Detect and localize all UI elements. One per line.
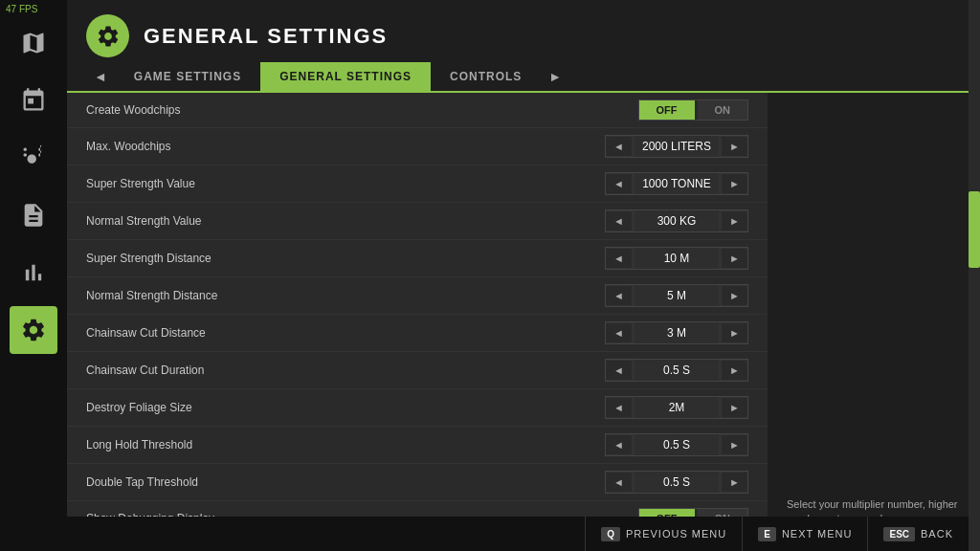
- chainsaw-cut-duration-decrement[interactable]: ◄: [606, 361, 632, 380]
- setting-label-chainsaw-cut-duration: Chainsaw Cut Duration: [86, 364, 204, 377]
- double-tap-increment[interactable]: ►: [722, 473, 747, 492]
- sidebar: [0, 0, 67, 551]
- chainsaw-cut-duration-val: 0.5 S: [635, 360, 719, 381]
- setting-label-super-strength-distance: Super Strength Distance: [86, 252, 212, 265]
- max-woodchips-value: 2000 LITERS: [635, 136, 719, 157]
- normal-strength-distance-val: 5 M: [635, 285, 719, 306]
- normal-strength-distance-decrement[interactable]: ◄: [606, 286, 632, 305]
- tab-next-arrow[interactable]: ►: [541, 64, 569, 89]
- destroy-foliage-val: 2M: [635, 397, 719, 418]
- long-hold-val: 0.5 S: [635, 434, 719, 455]
- woodchips-on-btn[interactable]: ON: [698, 100, 748, 120]
- setting-row-normal-strength-value: Normal Strength Value ◄ 300 KG ►: [67, 203, 768, 240]
- double-tap-val: 0.5 S: [635, 472, 719, 493]
- next-menu-label: NEXT MENU: [782, 528, 853, 540]
- destroy-foliage-decrement[interactable]: ◄: [606, 398, 632, 417]
- super-strength-distance-decrement[interactable]: ◄: [606, 249, 632, 268]
- setting-label-destroy-foliage: Destroy Foliage Size: [86, 401, 192, 414]
- double-tap-decrement[interactable]: ◄: [606, 473, 632, 492]
- chainsaw-cut-duration-stepper: ◄ 0.5 S ►: [605, 359, 748, 382]
- tab-prev-arrow[interactable]: ◄: [86, 64, 115, 89]
- tab-general-settings[interactable]: GENERAL SETTINGS: [260, 62, 431, 91]
- super-strength-distance-increment[interactable]: ►: [722, 249, 747, 268]
- tab-game-settings[interactable]: GAME SETTINGS: [115, 62, 260, 91]
- chainsaw-cut-distance-stepper: ◄ 3 M ►: [605, 321, 748, 344]
- sidebar-item-machinery[interactable]: [10, 306, 57, 354]
- chainsaw-cut-distance-decrement[interactable]: ◄: [606, 323, 632, 342]
- sidebar-item-map[interactable]: [10, 19, 57, 67]
- back-key: ESC: [883, 527, 915, 541]
- setting-label-max-woodchips: Max. Woodchips: [86, 140, 170, 153]
- settings-icon: [86, 14, 129, 57]
- double-tap-stepper: ◄ 0.5 S ►: [605, 471, 748, 494]
- setting-label-woodchips: Create Woodchips: [86, 103, 181, 117]
- back-button[interactable]: ESC BACK: [867, 517, 969, 551]
- max-woodchips-increment[interactable]: ►: [722, 137, 747, 156]
- scroll-position-indicator[interactable]: [969, 191, 980, 268]
- sidebar-item-contracts[interactable]: [10, 191, 57, 239]
- super-strength-value-decrement[interactable]: ◄: [606, 174, 632, 193]
- setting-row-super-strength-value: Super Strength Value ◄ 1000 TONNE ►: [67, 165, 768, 203]
- woodchips-off-btn[interactable]: OFF: [639, 100, 695, 120]
- back-label: BACK: [921, 528, 953, 540]
- setting-label-chainsaw-cut-distance: Chainsaw Cut Distance: [86, 326, 206, 340]
- page-title: GENERAL SETTINGS: [144, 24, 388, 49]
- setting-row-max-woodchips: Max. Woodchips ◄ 2000 LITERS ►: [67, 128, 768, 165]
- fps-counter: 47 FPS: [6, 4, 37, 14]
- setting-row-chainsaw-cut-distance: Chainsaw Cut Distance ◄ 3 M ►: [67, 315, 768, 352]
- chainsaw-cut-distance-val: 3 M: [635, 322, 719, 343]
- long-hold-decrement[interactable]: ◄: [606, 435, 632, 454]
- chainsaw-cut-duration-increment[interactable]: ►: [722, 361, 747, 380]
- setting-row-super-strength-distance: Super Strength Distance ◄ 10 M ►: [67, 240, 768, 277]
- setting-label-long-hold: Long Hold Threshold: [86, 438, 192, 452]
- tab-controls[interactable]: CONTROLS: [431, 62, 541, 91]
- setting-label-normal-strength-value: Normal Strength Value: [86, 214, 202, 228]
- setting-row-double-tap: Double Tap Threshold ◄ 0.5 S ►: [67, 464, 768, 501]
- max-woodchips-decrement[interactable]: ◄: [606, 137, 632, 156]
- normal-strength-value-decrement[interactable]: ◄: [606, 211, 632, 231]
- normal-strength-value-stepper: ◄ 300 KG ►: [605, 209, 748, 232]
- destroy-foliage-increment[interactable]: ►: [722, 398, 747, 417]
- previous-menu-key: Q: [601, 527, 620, 541]
- next-menu-key: E: [758, 527, 776, 541]
- setting-label-super-strength-value: Super Strength Value: [86, 177, 195, 190]
- sidebar-item-stats[interactable]: [10, 249, 57, 297]
- super-strength-distance-stepper: ◄ 10 M ►: [605, 247, 748, 270]
- destroy-foliage-stepper: ◄ 2M ►: [605, 396, 748, 419]
- setting-label-normal-strength-distance: Normal Strength Distance: [86, 289, 217, 302]
- setting-row-long-hold: Long Hold Threshold ◄ 0.5 S ►: [67, 427, 768, 464]
- main-content: GENERAL SETTINGS ◄ GAME SETTINGS GENERAL…: [67, 0, 969, 551]
- normal-strength-distance-increment[interactable]: ►: [722, 286, 747, 305]
- normal-strength-value-val: 300 KG: [635, 210, 719, 231]
- normal-strength-value-increment[interactable]: ►: [722, 211, 747, 231]
- chainsaw-cut-distance-increment[interactable]: ►: [722, 323, 747, 342]
- super-strength-distance-val: 10 M: [635, 248, 719, 269]
- settings-panel: Create Woodchips OFF ON Max. Woodchips ◄…: [67, 93, 768, 551]
- woodchips-toggle: OFF ON: [638, 99, 749, 121]
- setting-row-destroy-foliage: Destroy Foliage Size ◄ 2M ►: [67, 389, 768, 427]
- long-hold-increment[interactable]: ►: [722, 435, 747, 454]
- next-menu-button[interactable]: E NEXT MENU: [742, 517, 867, 551]
- scroll-handle: [969, 0, 980, 551]
- tabs-bar: ◄ GAME SETTINGS GENERAL SETTINGS CONTROL…: [67, 62, 969, 93]
- sidebar-item-animals[interactable]: [10, 134, 57, 182]
- super-strength-value-val: 1000 TONNE: [635, 173, 719, 194]
- content-area: Create Woodchips OFF ON Max. Woodchips ◄…: [67, 93, 969, 551]
- previous-menu-button[interactable]: Q PREVIOUS MENU: [585, 517, 742, 551]
- setting-row-chainsaw-cut-duration: Chainsaw Cut Duration ◄ 0.5 S ►: [67, 352, 768, 389]
- settings-section-main: Create Woodchips OFF ON Max. Woodchips ◄…: [67, 93, 768, 536]
- previous-menu-label: PREVIOUS MENU: [626, 528, 726, 540]
- sidebar-item-calendar[interactable]: [10, 77, 57, 124]
- max-woodchips-stepper: ◄ 2000 LITERS ►: [605, 135, 748, 158]
- bottom-bar: Q PREVIOUS MENU E NEXT MENU ESC BACK: [67, 517, 969, 551]
- super-strength-value-increment[interactable]: ►: [722, 174, 747, 193]
- header: GENERAL SETTINGS: [67, 0, 969, 62]
- setting-row-woodchips: Create Woodchips OFF ON: [67, 93, 768, 128]
- setting-row-normal-strength-distance: Normal Strength Distance ◄ 5 M ►: [67, 277, 768, 315]
- super-strength-value-stepper: ◄ 1000 TONNE ►: [605, 172, 748, 195]
- long-hold-stepper: ◄ 0.5 S ►: [605, 433, 748, 456]
- info-panel: Select your multiplier number, higher nu…: [777, 93, 969, 551]
- setting-label-double-tap: Double Tap Threshold: [86, 475, 198, 489]
- normal-strength-distance-stepper: ◄ 5 M ►: [605, 284, 748, 307]
